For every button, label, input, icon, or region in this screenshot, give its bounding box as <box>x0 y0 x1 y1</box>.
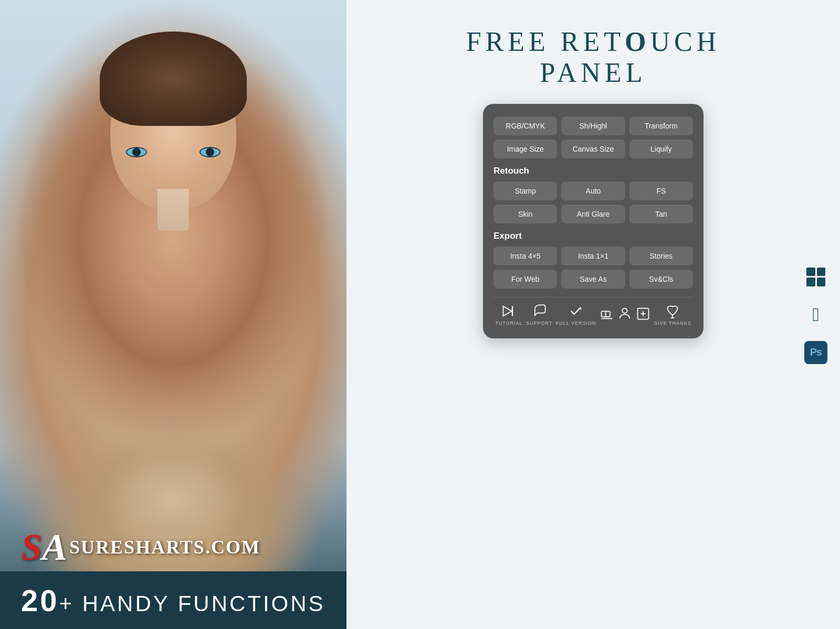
give-thanks-toolbar-item[interactable]: GIVE THANKS <box>654 304 691 326</box>
watermark-a: A <box>42 526 67 568</box>
retouch-row2: Skin Anti Glare Tan <box>494 205 693 223</box>
eyes <box>126 147 220 157</box>
full-version-toolbar-item[interactable]: FULL VERSION <box>556 304 596 326</box>
win-quad3 <box>806 278 815 286</box>
watermark-logo: SA <box>21 528 67 566</box>
bottom-bar-text: 20+ HANDY FUNCTIONS <box>21 583 326 618</box>
windows-icon-item[interactable] <box>802 263 830 291</box>
bottom-toolbar: TUTORIAL SUPPORT FULL VERSION <box>494 297 693 326</box>
apple-icon:  <box>812 305 819 324</box>
top-button-group: RGB/CMYK Sh/Highl Transform <box>494 116 693 135</box>
left-eye <box>126 147 147 157</box>
plus-box-icon <box>636 306 650 321</box>
tutorial-toolbar-item[interactable]: TUTORIAL <box>495 304 522 326</box>
image-size-button[interactable]: Image Size <box>494 140 557 158</box>
side-icons:  Ps <box>802 263 830 366</box>
export-row2: For Web Save As Sv&Cls <box>494 270 693 289</box>
apple-icon-item[interactable]:  <box>802 301 830 328</box>
portrait-face <box>89 21 257 273</box>
anti-glare-button[interactable]: Anti Glare <box>561 205 625 223</box>
win-quad2 <box>817 268 826 276</box>
give-thanks-label: GIVE THANKS <box>654 321 691 326</box>
tutorial-label: TUTORIAL <box>495 321 522 326</box>
liquify-button[interactable]: Liquify <box>629 140 693 158</box>
canvas-size-button[interactable]: Canvas Size <box>561 140 625 158</box>
plus-sign: + <box>59 591 75 616</box>
title-section: FREE RETOUCH PANEL <box>466 26 721 88</box>
eraser-toolbar-item[interactable] <box>600 306 614 323</box>
auto-button[interactable]: Auto <box>561 182 625 200</box>
right-area: FREE RETOUCH PANEL RGB/CMYK Sh/Highl Tra… <box>346 0 840 629</box>
neck <box>158 189 189 231</box>
handy-text: HANDY FUNCTIONS <box>74 591 326 616</box>
windows-icon <box>806 268 825 286</box>
plus-box-toolbar-item[interactable] <box>636 306 650 323</box>
photo-area: SA SURESHARTS.COM 20+ HANDY FUNCTIONS <box>0 0 346 629</box>
insta-4x5-button[interactable]: Insta 4×5 <box>494 247 557 265</box>
full-version-icon <box>569 304 583 318</box>
tutorial-icon <box>501 304 516 318</box>
watermark: SA SURESHARTS.COM <box>21 528 260 566</box>
retouch-row1: Stamp Auto FS <box>494 182 693 200</box>
fs-button[interactable]: FS <box>629 182 693 200</box>
export-label: Export <box>494 231 693 241</box>
right-eye <box>200 147 220 157</box>
watermark-url: SURESHARTS.COM <box>69 536 260 558</box>
bottom-bar: 20+ HANDY FUNCTIONS <box>0 571 346 629</box>
save-as-button[interactable]: Save As <box>561 270 625 289</box>
hair <box>100 31 247 126</box>
title-line1: FREE RETOUCH <box>466 26 721 57</box>
retouch-label: Retouch <box>494 166 693 176</box>
handy-number: 20 <box>21 583 59 617</box>
support-icon <box>532 304 547 318</box>
ps-icon-item[interactable]: Ps <box>802 339 830 366</box>
give-thanks-icon <box>665 304 680 318</box>
win-quad1 <box>806 268 815 276</box>
rgb-cmyk-button[interactable]: RGB/CMYK <box>494 116 557 135</box>
sh-highl-button[interactable]: Sh/Highl <box>561 116 625 135</box>
person-icon <box>617 306 632 321</box>
title-line2: PANEL <box>466 57 721 88</box>
tan-button[interactable]: Tan <box>629 205 693 223</box>
full-version-label: FULL VERSION <box>556 321 596 326</box>
eraser-icon <box>600 306 614 321</box>
win-quad4 <box>817 278 826 286</box>
svg-point-5 <box>623 308 627 313</box>
for-web-button[interactable]: For Web <box>494 270 557 289</box>
skin-button[interactable]: Skin <box>494 205 557 223</box>
support-toolbar-item[interactable]: SUPPORT <box>526 304 552 326</box>
stories-button[interactable]: Stories <box>629 247 693 265</box>
insta-1x1-button[interactable]: Insta 1×1 <box>561 247 625 265</box>
person-toolbar-item[interactable] <box>617 306 632 323</box>
transform-button[interactable]: Transform <box>629 116 693 135</box>
sv-cls-button[interactable]: Sv&Cls <box>629 270 693 289</box>
second-button-group: Image Size Canvas Size Liquify <box>494 140 693 158</box>
retouch-panel: RGB/CMYK Sh/Highl Transform Image Size C… <box>483 104 704 338</box>
stamp-button[interactable]: Stamp <box>494 182 557 200</box>
ps-icon: Ps <box>804 341 827 364</box>
bold-o: O <box>625 27 650 57</box>
support-label: SUPPORT <box>526 321 552 326</box>
export-row1: Insta 4×5 Insta 1×1 Stories <box>494 247 693 265</box>
watermark-s: S <box>21 526 42 568</box>
